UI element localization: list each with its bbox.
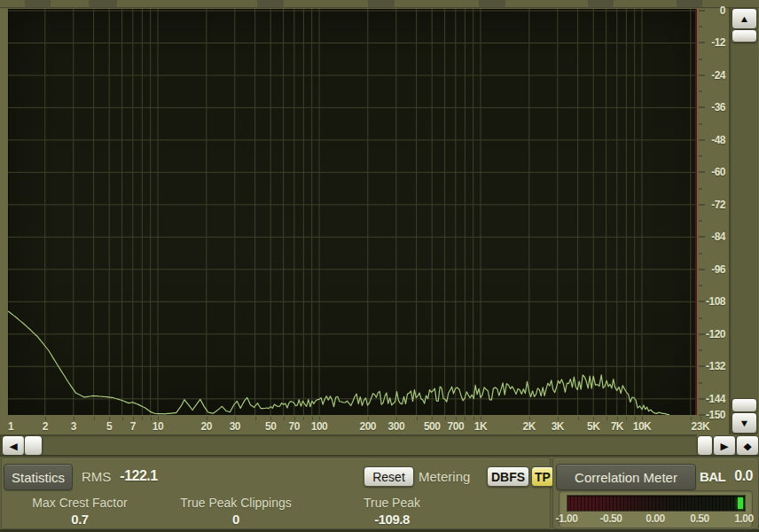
db-minor-tick [699,59,702,60]
stat-label: True Peak Clippings [158,496,314,510]
spectrum-plot [8,9,697,415]
balance-readout: BAL 0.0 [700,464,753,489]
freq-scale-label: 30 [230,420,240,433]
freq-tick [606,417,607,420]
scroll-down-button[interactable]: ▼ [732,412,757,434]
db-minor-tick [699,349,702,351]
down-arrow-icon: ▼ [739,419,750,428]
freq-scale-label: 300 [388,420,405,433]
db-minor-tick [699,188,702,190]
db-minor-tick [699,123,702,125]
db-scale-label: -24 [700,69,725,82]
scroll-up-button[interactable]: ▲ [732,8,757,29]
stat-true-peak: True Peak -109.8 [314,496,470,527]
tp-button[interactable]: TP [531,466,554,487]
db-scale-label: 0 [700,4,725,17]
freq-tick [122,417,123,420]
db-minor-tick [699,253,702,254]
stat-true-peak-clippings: True Peak Clippings 0 [158,496,314,527]
freq-tick [151,417,152,420]
statistics-panel: Statistics RMS -122.1 Reset Metering DBF… [1,458,551,529]
rms-label: RMS [82,469,111,484]
reset-button[interactable]: Reset [364,466,414,487]
top-control-stub [257,0,284,7]
db-scale-label: -72 [700,199,725,211]
freq-scale-label: 50 [265,420,276,433]
stat-value: 0.7 [2,512,158,527]
diamond-icon: ◆ [743,441,751,450]
correlation-indicator [738,497,743,509]
metering-label: Metering [419,469,470,484]
freq-tick [303,417,304,420]
vertical-scrollbar-track[interactable] [729,7,758,434]
db-scale-label: -96 [700,263,725,276]
scroll-left-button[interactable]: ◀ [2,435,25,456]
bal-value: 0.0 [734,468,753,484]
freq-scale-label: 100 [311,420,328,433]
freq-scale-label: 1 [8,420,13,433]
up-arrow-icon: ▲ [739,14,750,24]
freq-scale-label: 700 [448,420,465,433]
horizontal-range-handle-left[interactable] [24,435,43,456]
db-minor-tick [699,285,702,286]
freq-tick [255,417,256,420]
correlation-scale-label: 0.50 [690,512,708,525]
db-scale-label: -132 [700,360,725,372]
stat-value: 0 [158,512,314,527]
vertical-range-handle-top[interactable] [732,29,757,43]
top-control-stub [368,0,395,7]
freq-scale-label: 200 [360,420,377,433]
freq-scale-label: 70 [289,420,300,433]
db-scale-label: -144 [700,393,725,405]
correlation-scale-label: 1.00 [734,512,753,525]
freq-tick [417,417,418,420]
freq-tick [142,417,143,420]
top-control-stub [588,0,614,7]
db-minor-tick [699,220,702,222]
freq-scale-label: 20 [201,420,212,433]
correlation-scale-label: 0.00 [646,512,664,525]
stat-label: Max Crest Factor [2,496,158,510]
db-minor-tick [699,26,702,27]
rms-value: -122.1 [120,468,157,484]
freq-scale-label: 2 [43,420,48,433]
db-scale-label: -48 [700,134,725,146]
top-strip [0,0,759,9]
correlation-scale-label: -0.50 [600,512,622,525]
freq-tick [445,417,446,420]
freq-tick [465,417,466,420]
top-control-stub [677,0,702,7]
top-control-stub [479,0,505,7]
db-scale-label: -108 [700,295,725,308]
tab-statistics[interactable]: Statistics [4,464,73,490]
correlation-meter: -1.00-0.500.000.501.00 [559,490,753,528]
vertical-range-handle-bottom[interactable] [732,398,757,412]
tab-correlation-meter[interactable]: Correlation Meter [556,464,696,490]
fit-range-button[interactable]: ◆ [736,435,759,456]
freq-scale-label: 7 [130,420,136,433]
freq-scale-label: 1K [474,420,487,433]
freq-tick [94,417,95,420]
stat-label: True Peak [314,496,470,510]
freq-scale-label: 5K [587,420,599,433]
freq-scale-label: 500 [424,420,441,433]
frequency-scale: 1235710203050701002003005007001K2K3K5K7K… [0,415,729,434]
correlation-meter-panel: Correlation Meter BAL 0.0 -1.00-0.500.00… [552,458,759,529]
statistics-values: Max Crest Factor 0.7 True Peak Clippings… [2,496,498,527]
db-scale-label: -12 [700,36,725,49]
db-minor-tick [699,90,702,92]
correlation-meter-bar [567,495,746,512]
freq-scale-label: 10 [153,420,163,433]
dbfs-button[interactable]: DBFS [487,466,529,487]
db-minor-tick [699,155,702,157]
freq-scale-label: 2K [523,420,536,433]
right-arrow-icon: ▶ [720,441,728,450]
bal-label: BAL [700,469,725,484]
freq-scale-label: 3K [552,420,564,433]
freq-tick [626,417,627,420]
spectrum-display [8,9,697,415]
left-arrow-icon: ◀ [9,441,17,450]
scroll-right-button[interactable]: ▶ [713,435,736,456]
horizontal-range-handle-right[interactable] [697,435,713,456]
horizontal-scrollbar-track[interactable] [0,434,697,456]
